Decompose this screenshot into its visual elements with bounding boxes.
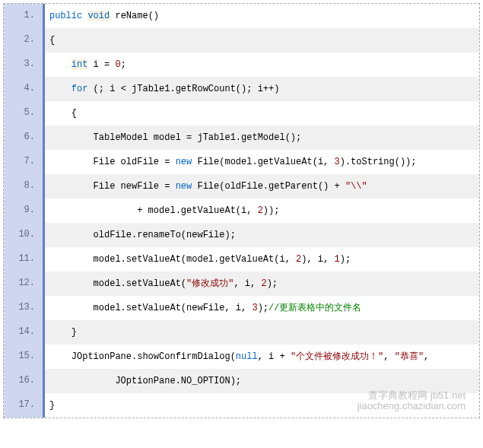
token-plain: model.setValueAt(newFile, i, (49, 303, 252, 313)
token-plain: , i + (258, 351, 291, 362)
token-str: "修改成功" (186, 278, 234, 289)
line-number: 5. (4, 101, 45, 126)
token-str: "个文件被修改成功！" (291, 351, 383, 362)
token-plain: File(oldFile.getParent() + (192, 181, 345, 192)
code-line: model.setValueAt(model.getValueAt(i, 2),… (45, 247, 479, 272)
token-kw: new (176, 181, 192, 192)
code-row: 7. File oldFile = new File(model.getValu… (4, 150, 479, 174)
token-plain: ; (121, 59, 126, 70)
code-row: 17.} (4, 393, 479, 418)
code-line: JOptionPane.showConfirmDialog(null, i + … (45, 345, 479, 369)
line-number: 9. (4, 199, 45, 223)
token-plain: , (383, 351, 394, 362)
code-row: 8. File newFile = new File(oldFile.getPa… (4, 174, 479, 199)
code-row: 12. model.setValueAt("修改成功", i, 2); (4, 272, 479, 296)
code-block: 1.public void reName()2.{3. int i = 0;4.… (3, 3, 480, 418)
token-plain: File(model.getValueAt(i, (192, 157, 334, 167)
line-number: 6. (4, 126, 45, 150)
code-line: int i = 0; (45, 52, 479, 77)
token-num: 3 (334, 157, 339, 167)
code-line: } (45, 393, 479, 418)
token-num: 2 (258, 205, 263, 216)
code-row: 14. } (4, 320, 479, 345)
token-plain: ), i, (301, 254, 334, 265)
token-str: "\\" (345, 181, 367, 192)
token-plain: } (49, 327, 77, 338)
token-plain: ); (258, 303, 269, 313)
line-number: 7. (4, 150, 45, 174)
code-line: { (45, 101, 479, 126)
code-line: File newFile = new File(oldFile.getParen… (45, 174, 479, 199)
code-line: JOptionPane.NO_OPTION); (45, 369, 479, 393)
token-plain: + model.getValueAt(i, (49, 205, 258, 216)
token-cmt: //更新表格中的文件名 (269, 303, 361, 313)
token-plain: File oldFile = (49, 157, 176, 167)
line-number: 15. (4, 345, 45, 369)
code-row: 4. for (; i < jTable1.getRowCount(); i++… (4, 77, 479, 101)
code-line: for (; i < jTable1.getRowCount(); i++) (45, 77, 479, 101)
line-number: 16. (4, 369, 45, 393)
line-number: 14. (4, 320, 45, 345)
token-num: 3 (252, 303, 257, 313)
token-plain: , i, (234, 278, 261, 289)
line-number: 2. (4, 28, 45, 52)
code-row: 10. oldFile.renameTo(newFile); (4, 223, 479, 247)
token-plain: reName() (110, 11, 159, 21)
code-line: oldFile.renameTo(newFile); (45, 223, 479, 247)
token-plain: File newFile = (49, 181, 176, 192)
line-number: 12. (4, 272, 45, 296)
token-plain: } (49, 400, 55, 411)
token-bg-kw: int (71, 59, 88, 70)
line-number: 17. (4, 393, 45, 418)
token-plain: ); (340, 254, 351, 265)
token-plain: ); (267, 278, 278, 289)
code-line: model.setValueAt("修改成功", i, 2); (45, 272, 479, 296)
code-row: 13. model.setValueAt(newFile, i, 3);//更新… (4, 296, 479, 320)
line-number: 3. (4, 52, 45, 77)
code-row: 5. { (4, 101, 479, 126)
code-row: 6. TableModel model = jTable1.getModel()… (4, 126, 479, 150)
token-num: 0 (115, 59, 120, 70)
token-num: 2 (261, 278, 266, 289)
token-plain: oldFile.renameTo(newFile); (49, 230, 236, 240)
token-kw: for (71, 84, 88, 94)
line-number: 11. (4, 247, 45, 272)
token-kw: new (176, 157, 192, 167)
token-plain: )); (263, 205, 280, 216)
line-number: 4. (4, 77, 45, 101)
token-plain: model.setValueAt( (49, 278, 186, 289)
code-line: { (45, 28, 479, 52)
code-row: 3. int i = 0; (4, 52, 479, 77)
token-kw: public (49, 11, 82, 21)
code-row: 11. model.setValueAt(model.getValueAt(i,… (4, 247, 479, 272)
code-row: 1.public void reName() (4, 4, 479, 28)
line-number: 8. (4, 174, 45, 199)
token-str: "恭喜" (395, 351, 424, 362)
code-row: 16. JOptionPane.NO_OPTION); (4, 369, 479, 393)
code-row: 9. + model.getValueAt(i, 2)); (4, 199, 479, 223)
code-line: + model.getValueAt(i, 2)); (45, 199, 479, 223)
token-plain (49, 59, 71, 70)
token-kw: null (236, 351, 258, 362)
token-plain: model.setValueAt(model.getValueAt(i, (49, 254, 296, 265)
token-plain: i = (87, 59, 115, 70)
code-line: TableModel model = jTable1.getModel(); (45, 126, 479, 150)
token-plain (49, 84, 71, 94)
code-row: 15. JOptionPane.showConfirmDialog(null, … (4, 345, 479, 369)
token-bg-kw: void (87, 11, 110, 21)
token-plain: { (49, 108, 77, 119)
code-line: model.setValueAt(newFile, i, 3);//更新表格中的… (45, 296, 479, 320)
code-row: 2.{ (4, 28, 479, 52)
code-line: } (45, 320, 479, 345)
token-plain: JOptionPane.NO_OPTION); (49, 376, 241, 386)
line-number: 1. (4, 4, 45, 28)
token-plain: JOptionPane.showConfirmDialog( (49, 351, 236, 362)
code-line: public void reName() (45, 4, 479, 28)
line-number: 13. (4, 296, 45, 320)
code-line: File oldFile = new File(model.getValueAt… (45, 150, 479, 174)
token-plain: (; i < jTable1.getRowCount(); i++) (87, 84, 279, 94)
token-plain: ).toString()); (340, 157, 417, 167)
token-num: 1 (334, 254, 339, 265)
token-plain: { (49, 35, 55, 46)
token-plain: , (424, 351, 429, 362)
